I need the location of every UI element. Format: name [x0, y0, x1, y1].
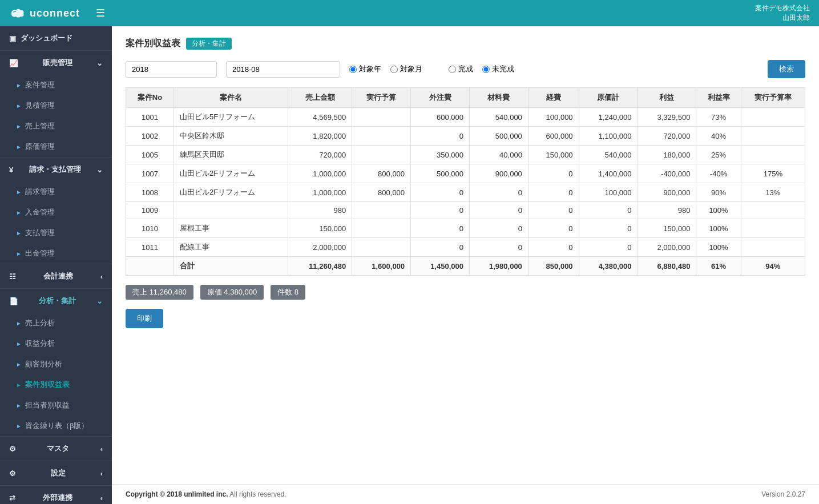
- page-title: 案件別収益表: [126, 38, 180, 50]
- chevron-left-icon: ‹: [100, 272, 103, 281]
- settings-label: 設定: [51, 468, 66, 478]
- summary-count-value: 8: [294, 288, 298, 296]
- sidebar-item-sales[interactable]: ► 売上管理: [0, 116, 112, 136]
- sidebar-item-payment[interactable]: ► 支払管理: [0, 223, 112, 243]
- sidebar-section-accounting[interactable]: ☷ 会計連携 ‹: [0, 264, 112, 289]
- sidebar-section-master[interactable]: ⚙ マスタ ‹: [0, 437, 112, 461]
- complete-radio-label[interactable]: 完成: [449, 64, 473, 74]
- sidebar: ▣ ダッシュボード 📈 販売管理 ⌄ ► 案件管理 ► 見積管理 ► 売上管理: [0, 26, 112, 504]
- arrow-icon: ►: [16, 82, 22, 88]
- print-button[interactable]: 印刷: [126, 309, 163, 328]
- table-cell: 1007: [126, 164, 174, 183]
- sidebar-item-person-profit[interactable]: ► 担当者別収益: [0, 395, 112, 416]
- logo-area: uconnect ☰: [9, 7, 105, 19]
- table-cell: 1,000,000: [288, 183, 352, 202]
- table-cell: 600,000: [528, 127, 579, 146]
- arrow-icon: ►: [16, 209, 22, 216]
- col-header-expense: 経費: [528, 88, 579, 108]
- table-cell: 1,100,000: [579, 127, 638, 146]
- user-name: 山田太郎: [755, 13, 810, 23]
- external-icon: ⇄: [9, 494, 15, 502]
- table-cell: 980: [638, 202, 696, 219]
- col-header-material: 材料費: [469, 88, 528, 108]
- arrow-icon: ►: [16, 251, 22, 257]
- table-cell: 900,000: [638, 183, 696, 202]
- complete-label: 完成: [458, 64, 473, 74]
- item-label: 顧客別分析: [25, 359, 62, 369]
- sidebar-item-cost[interactable]: ► 原価管理: [0, 136, 112, 157]
- sidebar-item-dashboard[interactable]: ▣ ダッシュボード: [0, 26, 112, 51]
- table-cell: 1,400,000: [579, 164, 638, 183]
- table-cell: 0: [411, 183, 470, 202]
- table-cell: [741, 238, 805, 257]
- accounting-label: 会計連携: [43, 271, 73, 281]
- table-cell: 練馬区天田邸: [174, 146, 288, 164]
- table-cell: [352, 146, 411, 164]
- target-year-radio[interactable]: [349, 66, 357, 73]
- table-cell: 1001: [126, 108, 174, 127]
- table-total-cell: 6,880,480: [638, 257, 696, 276]
- page-title-row: 案件別収益表 分析・集計: [126, 38, 805, 50]
- table-cell: 25%: [696, 146, 741, 164]
- chevron-left-icon: ‹: [100, 445, 103, 453]
- table-cell: 500,000: [469, 127, 528, 146]
- sidebar-header-sales[interactable]: 📈 販売管理 ⌄: [0, 51, 112, 75]
- filter-row: 対象年 対象月 完成 未完成 検索: [126, 60, 805, 78]
- table-total-cell: 61%: [696, 257, 741, 276]
- sidebar-item-receipt[interactable]: ► 入金管理: [0, 202, 112, 223]
- item-label: 売上管理: [25, 121, 55, 131]
- sidebar-section-settings[interactable]: ⚙ 設定 ‹: [0, 461, 112, 486]
- table-cell: 1011: [126, 238, 174, 257]
- incomplete-radio-label[interactable]: 未完成: [482, 64, 514, 74]
- item-label: 支払管理: [25, 228, 55, 238]
- sidebar-item-cashflow[interactable]: ► 資金繰り表（β版）: [0, 416, 112, 436]
- table-cell: 800,000: [352, 183, 411, 202]
- table-cell: 150,000: [288, 219, 352, 238]
- target-year-radio-label[interactable]: 対象年: [349, 64, 381, 74]
- arrow-icon: ►: [16, 103, 22, 109]
- table-cell: 0: [579, 238, 638, 257]
- sidebar-section-external[interactable]: ⇄ 外部連携 ‹: [0, 486, 112, 504]
- item-label: 出金管理: [25, 248, 55, 259]
- sidebar-item-sales-analysis[interactable]: ► 売上分析: [0, 313, 112, 333]
- version-text: Version 2.0.27: [761, 490, 805, 498]
- month-input[interactable]: [226, 61, 340, 78]
- sales-icon: 📈: [9, 59, 18, 67]
- page-badge: 分析・集計: [186, 38, 232, 50]
- sidebar-item-withdrawal[interactable]: ► 出金管理: [0, 243, 112, 264]
- menu-toggle[interactable]: ☰: [96, 7, 105, 19]
- sidebar-header-billing[interactable]: ¥ 請求・支払管理 ⌄: [0, 158, 112, 182]
- table-cell: 90%: [696, 183, 741, 202]
- sidebar-item-case[interactable]: ► 案件管理: [0, 75, 112, 95]
- table-cell: 73%: [696, 108, 741, 127]
- sidebar-item-case-profit[interactable]: ► 案件別収益表: [0, 374, 112, 395]
- table-cell: 350,000: [411, 146, 470, 164]
- external-label: 外部連携: [43, 493, 72, 503]
- sidebar-header-analysis[interactable]: 📄 分析・集計 ⌄: [0, 289, 112, 313]
- sidebar-item-customer-analysis[interactable]: ► 顧客別分析: [0, 354, 112, 374]
- target-month-radio[interactable]: [390, 66, 398, 73]
- target-month-radio-label[interactable]: 対象月: [390, 64, 422, 74]
- complete-radio[interactable]: [449, 66, 456, 73]
- user-info: 案件デモ株式会社 山田太郎: [755, 3, 810, 23]
- search-button[interactable]: 検索: [768, 60, 805, 78]
- table-cell: [352, 108, 411, 127]
- content-main: 案件別収益表 分析・集計 対象年 対象月 完成: [112, 26, 819, 484]
- col-header-no: 案件No: [126, 88, 174, 108]
- incomplete-radio[interactable]: [482, 66, 490, 73]
- table-cell: 150,000: [638, 219, 696, 238]
- year-input[interactable]: [126, 61, 217, 78]
- data-table: 案件No 案件名 売上金額 実行予算 外注費 材料費 経費 原価計 利益 利益率…: [126, 87, 805, 276]
- table-row: 1011配線工事2,000,00000002,000,000100%: [126, 238, 805, 257]
- col-header-cost-total: 原価計: [579, 88, 638, 108]
- arrow-icon: ►: [16, 382, 22, 388]
- sidebar-item-estimate[interactable]: ► 見積管理: [0, 95, 112, 116]
- table-cell: 40%: [696, 127, 741, 146]
- table-cell: 山田ビル2Fリフォーム: [174, 164, 288, 183]
- col-header-budget-rate: 実行予算率: [741, 88, 805, 108]
- sidebar-item-profit-analysis[interactable]: ► 収益分析: [0, 333, 112, 354]
- table-total-cell: 1,450,000: [411, 257, 470, 276]
- table-cell: 100,000: [528, 108, 579, 127]
- sidebar-item-invoice[interactable]: ► 請求管理: [0, 182, 112, 202]
- logo-icon: [9, 7, 25, 19]
